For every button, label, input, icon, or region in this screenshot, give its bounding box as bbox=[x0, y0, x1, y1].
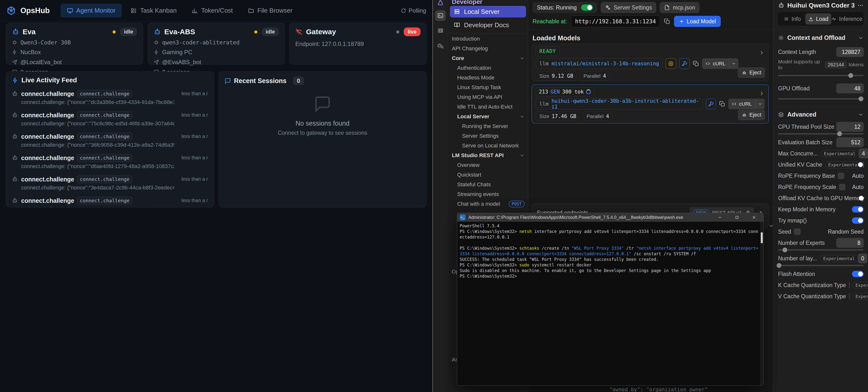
slider-thumb[interactable] bbox=[777, 263, 781, 268]
tab-file-browser[interactable]: File Browser bbox=[242, 4, 299, 18]
terminal-body[interactable]: PowerShell 7.5.4PS C:\Windows\System32> … bbox=[457, 222, 764, 386]
curl-dropdown[interactable]: cURL bbox=[728, 99, 765, 109]
docs-nav-item[interactable]: Stateful Chats bbox=[448, 180, 528, 190]
checkbox[interactable] bbox=[849, 293, 849, 299]
tab-task-kanban[interactable]: Task Kanban bbox=[124, 4, 183, 18]
server-address-field[interactable]: http://192.168.3.31:1234 bbox=[571, 15, 660, 27]
gpu-offload-input[interactable]: 48 bbox=[836, 84, 864, 93]
context-length-slider[interactable] bbox=[778, 75, 864, 76]
lmstudio-rail bbox=[433, 0, 448, 392]
value-input[interactable]: 8 bbox=[836, 238, 864, 248]
model-identifier[interactable]: llm huihui-qwen3-coder-30b-a3b-instruct-… bbox=[536, 98, 703, 109]
docs-nav-item[interactable]: Headless Mode bbox=[448, 73, 528, 83]
ellipsis-menu-icon[interactable] bbox=[857, 2, 864, 8]
chevron-right-icon[interactable] bbox=[759, 50, 765, 56]
docs-nav-item[interactable]: Serve on Local Network bbox=[448, 141, 528, 151]
tab-agent-monitor[interactable]: Agent Monitor bbox=[61, 4, 122, 18]
server-toggle[interactable] bbox=[581, 4, 593, 11]
value-input[interactable]: 0 bbox=[858, 254, 868, 263]
tab-inference[interactable]: Inference bbox=[831, 13, 862, 25]
value-input[interactable]: 12 bbox=[836, 122, 864, 132]
robot-icon bbox=[12, 112, 18, 118]
toggle[interactable] bbox=[852, 206, 864, 213]
sidebar-item-developer-docs[interactable]: Developer Docs bbox=[450, 20, 526, 30]
rail-model-search-button[interactable] bbox=[435, 40, 446, 51]
checkbox[interactable] bbox=[849, 282, 849, 288]
toggle-knob bbox=[858, 207, 863, 212]
toggle[interactable] bbox=[863, 162, 864, 168]
docs-nav-item[interactable]: Chat with a modelPOST bbox=[448, 199, 528, 209]
tab-token-cost[interactable]: Token/Cost bbox=[185, 4, 239, 18]
terminal-scrollbar[interactable] bbox=[760, 222, 764, 386]
minimize-button[interactable] bbox=[713, 213, 727, 222]
sidebar-item-local-server[interactable]: Local Server bbox=[450, 6, 526, 18]
rail-columns-button[interactable] bbox=[435, 25, 446, 36]
experimental-badge: Experimental bbox=[825, 161, 863, 168]
slider-thumb[interactable] bbox=[837, 131, 842, 136]
tab-info[interactable]: Info bbox=[779, 13, 805, 25]
parallel-value: 4 bbox=[603, 73, 606, 79]
docs-nav-item[interactable]: Overview bbox=[448, 160, 528, 170]
copy-icon[interactable] bbox=[693, 61, 699, 67]
tab-load[interactable]: Load bbox=[805, 13, 831, 25]
docs-nav-item[interactable]: Server Settings bbox=[448, 131, 528, 141]
load-model-button[interactable]: Load Model bbox=[674, 16, 721, 27]
context-length-input[interactable]: 128827 bbox=[836, 47, 864, 57]
value-input[interactable]: 4 bbox=[859, 149, 868, 158]
slider[interactable] bbox=[778, 249, 864, 251]
copy-icon[interactable] bbox=[664, 18, 670, 25]
max-tokens-value[interactable]: 262144 bbox=[825, 61, 847, 68]
close-button[interactable] bbox=[747, 213, 761, 222]
docs-nav-item[interactable]: Authentication bbox=[448, 63, 528, 73]
live-activity-feed-panel: Live Activity Feed connect.challengeconn… bbox=[6, 71, 214, 207]
slider[interactable] bbox=[778, 133, 864, 135]
copy-icon[interactable] bbox=[719, 101, 725, 107]
scrollbar-thumb[interactable] bbox=[761, 232, 763, 243]
vision-capability-button[interactable] bbox=[665, 58, 676, 69]
tools-capability-button[interactable] bbox=[679, 58, 690, 69]
checkbox[interactable] bbox=[839, 184, 845, 190]
mcp-json-button[interactable]: mcp.json bbox=[660, 2, 700, 13]
setting-row: RoPE Frequency ScaleAuto bbox=[778, 182, 864, 192]
model-identifier[interactable]: llm mistralai/ministral-3-14b-reasoning bbox=[536, 58, 662, 69]
server-settings-button[interactable]: Server Settings bbox=[600, 2, 656, 13]
docs-nav-item[interactable]: Linux Startup Task bbox=[448, 83, 528, 92]
docs-nav-item[interactable]: Introduction bbox=[448, 34, 528, 44]
tools-capability-button[interactable] bbox=[706, 99, 716, 109]
docs-nav-item[interactable]: Running the Server bbox=[448, 122, 528, 131]
gpu-offload-slider[interactable] bbox=[778, 98, 864, 100]
curl-dropdown[interactable]: cURL bbox=[702, 58, 739, 69]
note-text: Model supports up to bbox=[778, 59, 823, 70]
slider[interactable] bbox=[778, 265, 864, 266]
size-label: Size bbox=[539, 113, 549, 119]
docs-nav-item[interactable]: LM Studio REST API bbox=[448, 151, 528, 160]
docs-nav-item[interactable]: Local Server bbox=[448, 112, 528, 122]
checkbox[interactable] bbox=[794, 229, 800, 235]
slider-thumb[interactable] bbox=[848, 73, 853, 78]
chevron-right-icon[interactable] bbox=[759, 91, 765, 96]
setting-label: RoPE Frequency Base bbox=[778, 173, 835, 179]
docs-nav-item[interactable]: API Changelog bbox=[448, 44, 528, 54]
slider-thumb[interactable] bbox=[782, 248, 787, 252]
docs-nav-item[interactable]: Idle TTL and Auto-Evict bbox=[448, 102, 528, 112]
context-offload-section-header[interactable]: Context and Offload bbox=[778, 34, 864, 41]
slider-thumb[interactable] bbox=[859, 96, 863, 101]
terminal-titlebar[interactable]: >_ Administrator: C:\Program Files\Windo… bbox=[457, 213, 764, 222]
advanced-section-header[interactable]: Advanced bbox=[778, 111, 864, 118]
eject-button[interactable]: Eject bbox=[738, 109, 765, 120]
rail-developer-terminal-button[interactable] bbox=[435, 10, 446, 21]
send-icon bbox=[154, 60, 159, 65]
docs-nav-item[interactable]: Core bbox=[448, 54, 528, 63]
developer-flask-icon[interactable] bbox=[437, 0, 444, 6]
docs-nav-label: Local Server bbox=[457, 113, 489, 120]
polling-indicator[interactable]: Polling bbox=[401, 7, 426, 14]
toggle[interactable] bbox=[852, 271, 864, 277]
maximize-button[interactable] bbox=[730, 213, 744, 222]
docs-nav-item[interactable]: Streaming events bbox=[448, 190, 528, 199]
toggle[interactable] bbox=[852, 217, 864, 224]
docs-nav-item[interactable]: Quickstart bbox=[448, 170, 528, 180]
value-input[interactable]: 512 bbox=[836, 137, 864, 147]
checkbox[interactable] bbox=[838, 173, 844, 179]
eject-button[interactable]: Eject bbox=[738, 67, 765, 78]
docs-nav-item[interactable]: Using MCP via API bbox=[448, 92, 528, 102]
